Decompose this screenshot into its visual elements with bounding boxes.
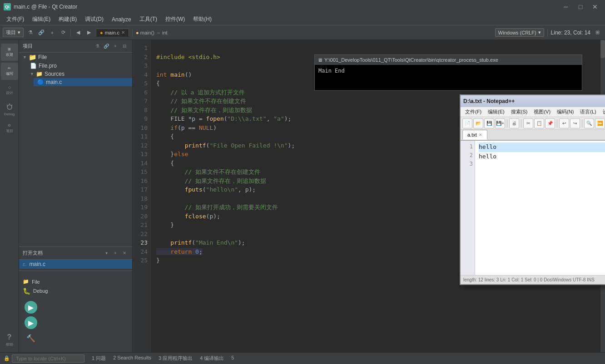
chevron-down-icon-2: ▾ — [538, 30, 541, 35]
back-button[interactable]: ◀ — [73, 28, 83, 38]
collapse-btn[interactable]: ⊟ — [120, 42, 129, 50]
status-bar-items: 1 问题 2 Search Results 3 应用程序输出 4 编译输出 5 — [92, 355, 601, 362]
npp-menu-settings[interactable]: 设置(T) — [600, 108, 605, 116]
bottom-debug-section: 🐛 Debug — [19, 287, 132, 295]
file-panel-title: 项目 — [23, 43, 33, 49]
npp-tb-paste[interactable]: 📌 — [545, 118, 555, 128]
sidebar-icon-welcome[interactable]: ⊞ 欢迎 — [1, 44, 18, 61]
tree-root-file[interactable]: ▼ 📁 File — [19, 53, 132, 62]
close-button[interactable]: ✕ — [589, 2, 601, 11]
npp-tb-saveall[interactable]: 💾+ — [495, 118, 505, 128]
separator-1 — [70, 29, 71, 37]
menu-controls[interactable]: 控件(W) — [162, 15, 188, 24]
help-icon: ? — [7, 333, 12, 341]
status-bar: 🔒 1 问题 2 Search Results 3 应用程序输出 4 编译输出 … — [0, 352, 605, 364]
npp-tab-close-icon[interactable]: ✕ — [479, 133, 482, 137]
npp-tb-findnext[interactable]: ⏩ — [595, 118, 605, 128]
menu-file[interactable]: 文件(F) — [3, 15, 28, 24]
status-compile-output[interactable]: 4 编译输出 — [200, 355, 224, 362]
npp-tb-redo[interactable]: ↪ — [570, 118, 580, 128]
add-btn[interactable]: + — [111, 42, 119, 50]
terminal-window: 🖥 Y:\001_DevelopTools\011_QT\Tools\QtCre… — [314, 54, 582, 91]
menu-tools[interactable]: 工具(T) — [136, 15, 161, 24]
minimize-button[interactable]: ─ — [560, 2, 572, 11]
separator-2 — [132, 29, 133, 37]
npp-tb-save[interactable]: 💾 — [484, 118, 494, 128]
menu-build[interactable]: 构建(B) — [55, 15, 80, 24]
menu-debug[interactable]: 调试(D) — [81, 15, 107, 24]
sidebar-icon-edit[interactable]: ✏ 编写 — [1, 63, 18, 80]
npp-tb-new[interactable]: 📄 — [462, 118, 472, 128]
editor-tab-main[interactable]: ● main.c ✕ — [96, 29, 129, 37]
open-docs-mainc[interactable]: c. main.c — [19, 260, 132, 269]
add-button[interactable]: + — [47, 28, 57, 38]
run-button[interactable]: ▶ — [25, 301, 37, 314]
npp-tb-sep2 — [521, 119, 521, 128]
code-editor: 1 2 3 4 5 6 7 8 9 10 11 12 13 14 15 16 1… — [133, 40, 605, 352]
status-problems[interactable]: 1 问题 — [92, 355, 106, 362]
npp-tb-copy[interactable]: 📋 — [534, 118, 544, 128]
npp-tb-print[interactable]: 🖨 — [509, 118, 519, 128]
forward-button[interactable]: ▶ — [84, 28, 94, 38]
open-docs-add[interactable]: + — [111, 249, 119, 257]
npp-tb-open[interactable]: 📂 — [473, 118, 483, 128]
sidebar-icon-debug[interactable]: Debug — [1, 101, 18, 118]
sync-button[interactable]: ⟳ — [58, 28, 68, 38]
npp-menu-lang[interactable]: 语言(L) — [577, 108, 599, 116]
open-docs-title: 打开文档 — [23, 250, 43, 256]
npp-tab-atxt[interactable]: a.txt ✕ — [462, 130, 487, 140]
design-icon: ◇ — [8, 85, 11, 89]
sidebar-icon-project[interactable]: ⚙ 项目 — [1, 120, 18, 137]
menu-help[interactable]: 帮助(H) — [189, 15, 215, 24]
npp-menu-view[interactable]: 视图(V) — [531, 108, 553, 116]
terminal-content: Main End — [315, 65, 582, 77]
c-file-icon: 🔵 — [37, 79, 44, 85]
npp-code-area[interactable]: hello hello — [475, 141, 605, 275]
npp-tb-sep1 — [507, 119, 507, 128]
search-input[interactable] — [12, 354, 84, 363]
link-btn[interactable]: 🔗 — [102, 42, 110, 50]
open-docs-dropdown[interactable]: ▾ — [102, 249, 110, 257]
tree-item-filepro[interactable]: 📄 File.pro — [26, 62, 132, 70]
build-buttons: 🔨 — [19, 332, 132, 344]
separator-3 — [547, 29, 548, 37]
open-docs-close[interactable]: ✕ — [120, 249, 129, 257]
npp-tb-undo[interactable]: ↩ — [559, 118, 569, 128]
run-buttons: ▶ — [19, 301, 132, 314]
expand-button[interactable]: ⊞ — [592, 28, 602, 38]
npp-line-numbers: 1 2 3 — [461, 141, 475, 275]
maximize-button[interactable]: □ — [574, 2, 587, 11]
bottom-file-icon: 📁 — [23, 279, 29, 285]
filter-btn[interactable]: ⚗ — [93, 42, 101, 50]
status-search-results[interactable]: 2 Search Results — [113, 355, 151, 362]
menu-analyze[interactable]: Analyze — [108, 15, 135, 24]
status-item-5[interactable]: 5 — [231, 355, 234, 362]
npp-status-bar: length: 12 lines: 3 Ln: 1 Col: 1 Sel: 0 … — [461, 275, 605, 284]
file-panel: 项目 ⚗ 🔗 + ⊟ ▼ 📁 File 📄 File.pro — [19, 40, 133, 352]
sidebar-icon-help[interactable]: ? 帮助 — [1, 331, 18, 349]
line-col-info: Line: 23, Col: 14 — [551, 30, 590, 36]
status-app-output[interactable]: 3 应用程序输出 — [159, 355, 193, 362]
encoding-dropdown[interactable]: Windows (CRLF) ▾ — [495, 28, 544, 37]
npp-menu-file[interactable]: 文件(F) — [462, 108, 484, 116]
link-button[interactable]: 🔗 — [36, 28, 46, 38]
build-button[interactable]: 🔨 — [25, 332, 37, 344]
npp-menu-encoding[interactable]: 编码(N) — [554, 108, 576, 116]
file-tree: ▼ 📁 File 📄 File.pro ▼ 📁 Sources 🔵 — [19, 53, 132, 246]
npp-menu-search[interactable]: 搜索(S) — [508, 108, 531, 116]
file-panel-tools: ⚗ 🔗 + ⊟ — [93, 42, 129, 50]
debug-run-button[interactable]: ▶ — [25, 316, 37, 329]
npp-tb-find[interactable]: 🔍 — [584, 118, 594, 128]
npp-menu-edit[interactable]: 编辑(E) — [485, 108, 507, 116]
open-docs-tools: ▾ + ✕ — [102, 249, 129, 257]
tree-item-sources[interactable]: ▼ 📁 Sources — [26, 70, 132, 78]
npp-tb-cut[interactable]: ✂ — [523, 118, 533, 128]
project-icon: ⚙ — [8, 123, 11, 128]
filter-button[interactable]: ⚗ — [25, 28, 35, 38]
tab-close-icon[interactable]: ✕ — [121, 30, 125, 35]
project-dropdown[interactable]: 项目 ▾ — [3, 28, 24, 37]
notepad-window: D:\a.txt - Notepad++ ─ □ ✕ 文件(F) 编辑(E) 搜… — [460, 94, 605, 285]
tree-item-mainc[interactable]: 🔵 main.c — [34, 78, 132, 86]
menu-edit[interactable]: 编辑(E) — [29, 15, 54, 24]
sidebar-icon-design[interactable]: ◇ 设计 — [1, 82, 18, 99]
